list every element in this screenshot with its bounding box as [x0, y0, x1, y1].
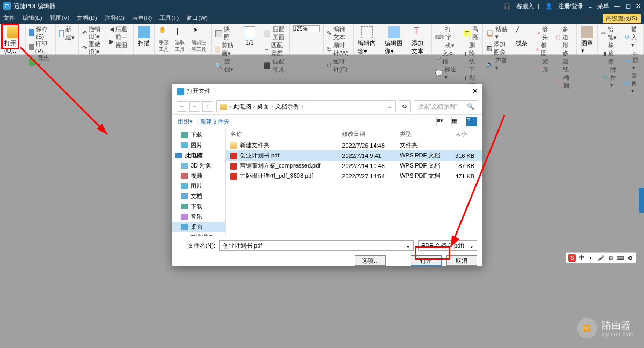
scan-button[interactable]: 扫描 — [137, 25, 151, 48]
sidebar-item[interactable]: 3D 对象 — [172, 161, 225, 171]
clipart-button[interactable]: 剪贴画▾ — [215, 41, 236, 57]
sidebar-item[interactable]: 此电脑 — [172, 150, 225, 161]
polyline-tool[interactable]: ⟋多边线 — [555, 49, 573, 74]
pointer-tool[interactable]: ➤ — [192, 25, 206, 39]
edit-content[interactable]: 编辑内容▾ — [357, 25, 377, 56]
menu-file[interactable]: 文件 — [3, 14, 15, 22]
edit-image[interactable]: 编辑图像▾ — [384, 25, 404, 56]
menu-link[interactable]: 菜单 — [597, 2, 609, 10]
attach[interactable]: 📎附件▾ — [601, 66, 618, 89]
refresh-button[interactable]: ⟳ — [399, 100, 411, 112]
highlight[interactable]: T高亮 — [464, 25, 479, 41]
filename-input[interactable]: 创业计划书.pdf⌄ — [219, 240, 414, 251]
fwd-button[interactable]: ▶前一视图 — [109, 33, 130, 49]
fit-page[interactable]: ⬜匹配页面 — [264, 25, 286, 41]
sogou-icon[interactable]: S — [568, 254, 576, 262]
nav-up[interactable]: ↑ — [202, 101, 213, 112]
menu-form[interactable]: 表单(R) — [132, 14, 152, 22]
nav-back[interactable]: ← — [177, 101, 187, 112]
fit-visible[interactable]: ⬛匹配可见 — [264, 57, 286, 74]
new-button[interactable]: 新建▾ — [59, 25, 75, 41]
breadcrumb[interactable]: ›此电脑 ›桌面 ›文档示例 › ⌄ — [216, 100, 396, 112]
paste[interactable]: 📋粘贴▾ — [486, 25, 508, 40]
sidebar-item[interactable]: 下载 — [172, 130, 225, 140]
rect-tool[interactable]: ▭矩形 — [536, 57, 548, 74]
search-field[interactable]: 搜索"文档示例" 🔍 — [414, 100, 478, 112]
snapshot-button[interactable]: 快照 — [215, 25, 236, 41]
dialog-close-button[interactable]: ✕ — [472, 87, 478, 95]
ime-punct[interactable]: •, — [588, 254, 595, 262]
nav-fwd[interactable]: → — [189, 101, 200, 112]
typewriter[interactable]: ⌨打字机▾ — [435, 25, 457, 49]
fit-width[interactable]: ↔匹配宽度 — [264, 41, 286, 57]
ime-set[interactable]: ⚙ — [626, 254, 634, 262]
menu-window[interactable]: 窗口(W) — [186, 14, 208, 22]
menu-tool[interactable]: 工具(T) — [159, 14, 179, 22]
pencil[interactable]: ✏铅笔▾ — [601, 25, 618, 41]
sidebar-item[interactable]: 本地磁盘 (C:) — [172, 232, 225, 236]
view-mode-button[interactable]: ≡▾ — [436, 117, 447, 126]
col-type[interactable]: 类型 — [396, 128, 451, 140]
textbox[interactable]: ▭文本框 — [435, 49, 457, 66]
sidebar-item[interactable]: 音乐 — [172, 212, 225, 222]
menu-annotate[interactable]: 注释(C) — [105, 14, 125, 22]
hand-tool[interactable]: ✋ — [158, 25, 172, 39]
redo-button[interactable]: ↷重做(R)▾ — [82, 40, 103, 55]
sidebar-item[interactable]: 视频 — [172, 171, 225, 181]
text-select-tool[interactable]: I — [175, 25, 189, 39]
col-size[interactable]: 大小 — [451, 128, 482, 140]
col-name[interactable]: 名称 — [226, 128, 338, 140]
maximize-button[interactable]: ◻ — [626, 3, 631, 10]
options-button[interactable]: 选项… — [355, 255, 386, 266]
eraser[interactable]: ◨橡皮擦 — [601, 41, 618, 66]
close-button[interactable]: ✕ — [636, 3, 641, 10]
new-folder-button[interactable]: 新建文件夹 — [200, 118, 230, 126]
file-row[interactable]: 营销策划方案_compressed.pdf2022/7/14 10:48WPS … — [226, 161, 482, 171]
ime-lang[interactable]: 中 — [578, 254, 586, 262]
ime-toolbar[interactable]: S 中 •, 🎤 ⊞ ⌨ ⚙ — [566, 252, 636, 263]
menu-view[interactable]: 视图(V) — [50, 14, 70, 22]
login-link[interactable]: 注册/登录 — [558, 2, 583, 10]
stamp[interactable]: 图章▾ — [580, 25, 594, 55]
edit-text-button[interactable]: ✎编辑文本 — [327, 25, 350, 41]
sidebar-item[interactable]: 文档 — [172, 191, 225, 201]
file-row[interactable]: 创业计划书.pdf2022/7/14 9:41WPS PDF 文档316 KB — [226, 150, 482, 161]
adv-search-button[interactable]: 高级查找(S) — [603, 14, 641, 23]
rotate-ccw[interactable]: ↺逆时针(C) — [327, 57, 350, 74]
polygon-tool[interactable]: ⬠多边形 — [555, 25, 573, 49]
side-grip[interactable] — [639, 188, 644, 213]
sound[interactable]: 🔊声音▾ — [486, 56, 508, 71]
sidebar-item[interactable]: 下载 — [172, 201, 225, 212]
print-button[interactable]: 打印(P)... — [29, 40, 52, 54]
minimize-button[interactable]: — — [614, 3, 620, 9]
ellipse-tool[interactable]: ◯椭圆 — [555, 74, 573, 90]
help-button[interactable]: ? — [466, 117, 477, 126]
back-button[interactable]: ◀后退 — [109, 25, 130, 33]
insert[interactable]: ⊕描入▾ — [625, 25, 640, 48]
zoom-combo[interactable] — [293, 25, 320, 32]
add-image[interactable]: 🖼添加图像 — [486, 40, 508, 56]
callout[interactable]: 💬标注▾ — [435, 66, 457, 81]
arrow-tool[interactable]: ↗箭头 — [536, 25, 548, 41]
replace[interactable]: ⇄替换▾ — [625, 71, 640, 95]
circle-tool[interactable]: ○椭圆 — [536, 41, 548, 57]
preview-button[interactable]: ▦ — [451, 117, 462, 126]
hamburger-icon[interactable]: ≡ — [589, 3, 592, 9]
find-button[interactable]: 🔍查找▾ — [215, 57, 236, 74]
line-tool[interactable]: ╱线条 — [515, 25, 529, 48]
ime-mic[interactable]: 🎤 — [597, 254, 605, 262]
rotate-cw[interactable]: ↻顺时针(W) — [327, 41, 350, 57]
export-button[interactable]: 导出▾ — [29, 54, 52, 69]
file-row[interactable]: 主卧设计详图_pdf_3608.pdf2022/7/27 14:54WPS PD… — [226, 171, 482, 181]
organize-button[interactable]: 组织▾ — [178, 118, 193, 126]
service-link[interactable]: 客服入口 — [516, 2, 540, 10]
menu-document[interactable]: 文档(D) — [77, 14, 97, 22]
cloud[interactable]: ☁云形▾ — [625, 48, 640, 71]
page-num[interactable]: 1/1 — [243, 25, 257, 47]
cancel-button[interactable]: 取消 — [446, 255, 477, 266]
col-date[interactable]: 修改日期 — [338, 128, 396, 140]
filetype-combo[interactable]: PDF 文档 (*.pdf)⌄ — [418, 240, 477, 251]
help-dropdown[interactable]: 帮助▾ — [583, 15, 598, 23]
sidebar-item[interactable]: 图片 — [172, 181, 225, 191]
menu-edit[interactable]: 编辑(E) — [23, 14, 42, 22]
